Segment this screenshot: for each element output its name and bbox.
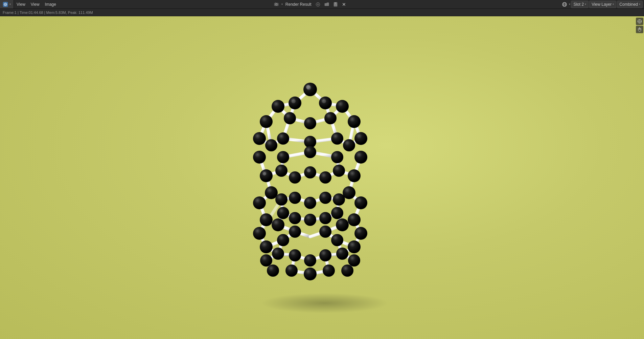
render-editor-icon [3, 2, 8, 7]
svg-rect-13 [334, 5, 337, 5]
svg-point-158 [304, 197, 316, 209]
svg-rect-12 [334, 4, 337, 5]
svg-point-148 [319, 171, 331, 184]
open-folder-btn[interactable] [323, 1, 330, 8]
hand-icon [637, 27, 642, 32]
pan-tool-btn[interactable] [636, 26, 643, 33]
svg-point-136 [331, 132, 343, 145]
svg-point-140 [277, 151, 289, 163]
svg-point-187 [304, 268, 317, 280]
right-toolbar [635, 16, 644, 339]
save-icon [316, 2, 320, 7]
header-left: ▾ View View Image [0, 0, 59, 8]
menu-view[interactable]: View [14, 0, 28, 8]
svg-point-141 [331, 151, 343, 163]
view-layer-dropdown[interactable]: View Layer ▾ [589, 1, 616, 8]
render-result-title: Render Result [284, 2, 313, 7]
svg-point-159 [260, 213, 273, 226]
render-mode-icon-btn[interactable] [273, 1, 280, 8]
svg-point-146 [333, 165, 345, 177]
svg-point-183 [267, 264, 279, 277]
svg-point-126 [260, 115, 273, 128]
camera-icon [274, 2, 279, 7]
svg-point-128 [284, 112, 296, 124]
svg-rect-11 [335, 2, 335, 3]
svg-point-182 [348, 254, 360, 267]
menu-view2[interactable]: View [28, 0, 42, 8]
display-settings-btn[interactable] [561, 1, 568, 8]
buckyball-render [192, 64, 429, 301]
render-viewport [0, 16, 644, 339]
svg-point-170 [289, 226, 301, 238]
slot-dropdown[interactable]: Slot 2 ▾ [571, 1, 589, 8]
header-center: ▾ Render Result [59, 0, 561, 8]
svg-point-129 [324, 112, 337, 124]
save-to-file-btn[interactable] [332, 1, 339, 8]
svg-point-174 [260, 240, 273, 253]
svg-point-130 [304, 117, 316, 129]
close-render-btn[interactable]: ✕ [341, 2, 347, 7]
editor-type-button[interactable]: ▾ [0, 0, 14, 8]
svg-point-160 [348, 213, 361, 226]
svg-point-132 [354, 132, 367, 145]
svg-point-189 [263, 172, 266, 175]
svg-point-120 [289, 97, 301, 109]
svg-point-161 [277, 207, 289, 219]
svg-point-133 [265, 139, 277, 151]
svg-point-127 [348, 115, 361, 128]
svg-point-152 [253, 196, 266, 209]
display-settings-caret: ▾ [569, 3, 570, 6]
globe-icon [562, 2, 567, 7]
menu-image[interactable]: Image [42, 0, 59, 8]
svg-point-145 [275, 165, 288, 177]
svg-point-154 [275, 193, 288, 206]
render-mode-caret: ▾ [281, 3, 283, 6]
editor-type-caret: ▾ [9, 3, 11, 6]
svg-point-142 [304, 146, 316, 158]
svg-point-172 [277, 234, 289, 246]
svg-point-186 [323, 264, 335, 277]
svg-point-164 [319, 212, 331, 224]
combined-dropdown[interactable]: Combined ▾ [617, 1, 643, 8]
svg-point-190 [307, 169, 310, 172]
header-bar: ▾ View View Image ▾ [0, 0, 644, 9]
svg-point-138 [253, 151, 266, 164]
svg-point-122 [319, 97, 332, 109]
svg-point-8 [317, 4, 319, 5]
svg-point-180 [304, 254, 316, 267]
zoom-to-fit-btn[interactable] [636, 18, 643, 25]
svg-point-144 [348, 169, 361, 182]
svg-point-153 [354, 196, 367, 209]
svg-point-176 [272, 248, 284, 260]
buckyball-svg [192, 64, 429, 301]
svg-point-139 [354, 151, 367, 164]
status-bar: Frame:1 | Time:01:44.68 | Mem:5.83M, Pea… [0, 9, 644, 16]
svg-point-171 [319, 226, 331, 238]
svg-point-135 [277, 132, 289, 145]
svg-point-184 [341, 264, 353, 277]
svg-point-175 [348, 240, 361, 253]
svg-point-178 [289, 249, 301, 261]
svg-point-123 [322, 99, 326, 103]
svg-point-181 [260, 254, 272, 267]
svg-point-124 [272, 100, 284, 113]
render-name-area: ▾ Render Result [271, 0, 349, 8]
svg-point-177 [336, 248, 348, 260]
svg-point-188 [306, 85, 310, 89]
svg-point-149 [304, 166, 316, 178]
svg-point-155 [333, 193, 345, 206]
status-info: Frame:1 | Time:01:44.68 | Mem:5.83M, Pea… [3, 10, 93, 15]
save-icon-btn[interactable] [314, 1, 322, 8]
svg-point-169 [354, 227, 367, 240]
svg-point-7 [316, 2, 320, 6]
svg-point-156 [289, 192, 301, 204]
header-right: ▾ Slot 2 ▾ View Layer ▾ Combined ▾ [561, 0, 644, 8]
atoms [253, 83, 367, 280]
svg-point-185 [285, 264, 298, 277]
svg-point-143 [260, 169, 273, 182]
svg-point-192 [639, 21, 640, 22]
svg-point-134 [343, 139, 355, 151]
svg-point-163 [289, 212, 301, 224]
svg-point-147 [289, 171, 301, 184]
svg-point-168 [253, 227, 266, 240]
